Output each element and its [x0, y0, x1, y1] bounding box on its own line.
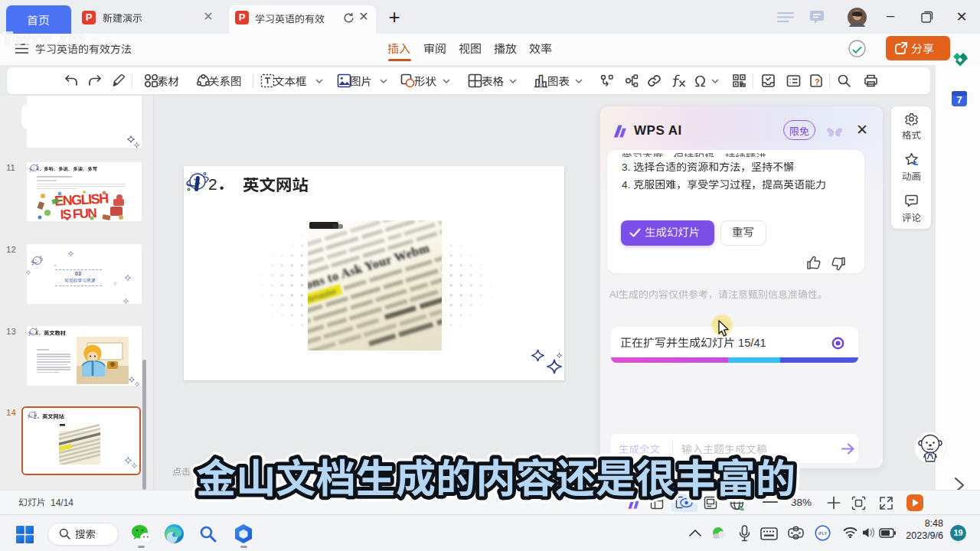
svg-text:3.: 3. — [622, 162, 633, 173]
svg-text:AI: AI — [609, 290, 619, 300]
svg-text:iFLY: iFLY — [818, 531, 828, 536]
svg-text:15/41: 15/41 — [735, 337, 766, 349]
svg-text:4: 4 — [35, 331, 38, 336]
svg-text:2: 2 — [208, 177, 217, 193]
svg-text:4: 4 — [36, 167, 39, 171]
svg-text:7: 7 — [956, 94, 962, 106]
svg-text:4.: 4. — [622, 180, 633, 191]
svg-text:2: 2 — [34, 414, 37, 419]
svg-text:?: ? — [815, 77, 820, 86]
